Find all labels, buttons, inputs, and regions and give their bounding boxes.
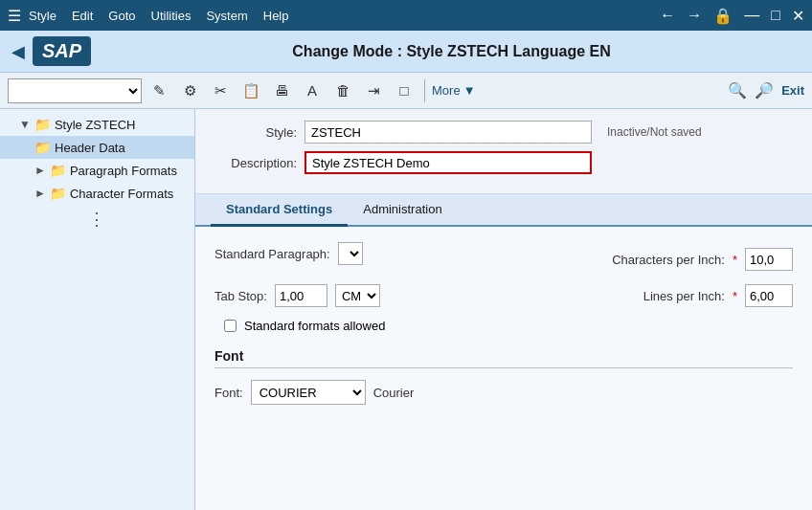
search-settings-icon[interactable]: 🔎 (755, 81, 774, 100)
toolbar-icon-copy[interactable]: 📋 (237, 78, 264, 103)
style-label: Style: (211, 125, 297, 140)
paragraph-expand-icon: ► (34, 164, 46, 177)
toolbar-right: 🔍 🔎 Exit (728, 81, 804, 100)
tab-stop-layout: Tab Stop: CM IN Lines per Inch: * (214, 284, 793, 307)
description-label: Description: (211, 156, 297, 170)
more-label: More (432, 83, 461, 98)
main-container: ▼ 📁 Style ZSTECH 📁 Header Data ► 📁 Parag… (0, 109, 812, 510)
characters-per-inch-input[interactable] (745, 248, 793, 271)
font-label: Font: (214, 386, 243, 400)
toolbar-icon-settings[interactable]: ⚙ (176, 78, 203, 103)
tab-stop-input[interactable] (275, 284, 327, 307)
tab-content-standard: Standard Paragraph: Characters per Inch:… (195, 227, 812, 420)
chevron-down-icon: ▼ (463, 83, 476, 98)
sidebar-item-style-zstech[interactable]: ▼ 📁 Style ZSTECH (0, 113, 194, 136)
menu-system[interactable]: System (206, 9, 247, 23)
right-settings: Characters per Inch: * (612, 248, 793, 271)
font-select[interactable]: COURIER (251, 380, 366, 405)
toolbar-separator (424, 79, 425, 102)
page-title: Change Mode : Style ZSTECH Language EN (102, 43, 801, 60)
tab-administration[interactable]: Administration (348, 194, 457, 227)
sidebar-item-header-data[interactable]: 📁 Header Data (0, 136, 194, 159)
standard-formats-row: Standard formats allowed (214, 319, 793, 333)
character-expand-icon: ► (34, 187, 46, 200)
font-display-text: Courier (373, 386, 415, 400)
tabs-container: Standard Settings Administration (195, 194, 812, 227)
font-section-title: Font (214, 348, 793, 368)
exit-button[interactable]: Exit (781, 83, 804, 98)
content-area: Style: Inactive/Not saved Description: S… (195, 109, 812, 510)
hamburger-icon[interactable]: ☰ (8, 7, 21, 25)
lock-icon[interactable]: 🔒 (713, 7, 733, 25)
menu-style[interactable]: Style (29, 9, 56, 23)
tab-stop-left: Tab Stop: CM IN (214, 284, 380, 307)
app-header: ◀ SAP Change Mode : Style ZSTECH Languag… (0, 31, 812, 73)
style-row: Style: Inactive/Not saved (211, 121, 797, 144)
tree-expand-icon: ▼ (19, 118, 31, 131)
toolbar-icon-tab[interactable]: ⇥ (360, 78, 387, 103)
more-button[interactable]: More ▼ (432, 83, 476, 98)
tab-stop-unit-select[interactable]: CM IN (335, 284, 380, 307)
toolbar-icon-edit[interactable]: ✎ (146, 78, 172, 103)
lines-per-inch-label: Lines per Inch: (643, 289, 725, 303)
sidebar-item-character-formats[interactable]: ► 📁 Character Formats (0, 182, 194, 205)
standard-formats-label: Standard formats allowed (244, 319, 385, 333)
sap-logo-text: SAP (42, 40, 81, 61)
title-bar-controls: ← → 🔒 — □ ✕ (660, 7, 804, 25)
toolbar-icon-cut[interactable]: ✂ (207, 78, 234, 103)
style-input[interactable] (304, 121, 592, 144)
description-row: Description: (211, 151, 797, 174)
style-folder-icon: 📁 (34, 117, 51, 132)
back-button[interactable]: ◀ (11, 41, 25, 62)
header-data-folder-icon: 📁 (34, 140, 51, 155)
minimize-icon[interactable]: — (744, 7, 759, 24)
sap-logo: SAP (33, 36, 91, 66)
standard-formats-checkbox[interactable] (224, 320, 237, 332)
nav-forward-icon[interactable]: → (687, 7, 702, 24)
menu-edit[interactable]: Edit (72, 9, 93, 23)
lines-required-star: * (733, 289, 737, 303)
toolbar-icon-box[interactable]: □ (391, 78, 417, 103)
paragraph-folder-icon: 📁 (50, 163, 66, 178)
search-icon[interactable]: 🔍 (728, 81, 747, 100)
close-icon[interactable]: ✕ (792, 7, 804, 25)
toolbar-icon-font[interactable]: A (299, 78, 326, 103)
settings-layout: Standard Paragraph: Characters per Inch:… (214, 242, 793, 277)
dots-icon: ⋮ (88, 209, 106, 230)
sidebar-item-label-character: Character Formats (70, 187, 173, 201)
font-row: Font: COURIER Courier (214, 380, 793, 405)
title-bar-menu: Style Edit Goto Utilities System Help (29, 9, 289, 23)
form-section: Style: Inactive/Not saved Description: (195, 109, 812, 194)
description-input[interactable] (304, 151, 592, 174)
title-bar: ☰ Style Edit Goto Utilities System Help … (0, 0, 812, 31)
standard-paragraph-row: Standard Paragraph: (214, 242, 363, 265)
sidebar-more-dots[interactable]: ⋮ (0, 205, 194, 233)
nav-back-icon[interactable]: ← (660, 7, 675, 24)
font-section: Font Font: COURIER Courier (214, 348, 793, 405)
sidebar-item-label-header: Header Data (55, 141, 125, 155)
characters-required-star: * (733, 253, 737, 267)
menu-utilities[interactable]: Utilities (151, 9, 192, 23)
sidebar-item-label-zstech: Style ZSTECH (55, 118, 136, 132)
menu-help[interactable]: Help (263, 9, 289, 23)
sidebar-item-paragraph-formats[interactable]: ► 📁 Paragraph Formats (0, 159, 194, 182)
standard-paragraph-label: Standard Paragraph: (214, 247, 330, 261)
standard-paragraph-select[interactable] (338, 242, 363, 265)
toolbar-icon-print[interactable]: 🖶 (268, 78, 295, 103)
left-settings: Standard Paragraph: (214, 242, 363, 277)
toolbar-icon-delete[interactable]: 🗑 (329, 78, 356, 103)
status-badge: Inactive/Not saved (607, 125, 702, 139)
sidebar-item-label-paragraph: Paragraph Formats (70, 164, 177, 178)
lines-per-inch-right: Lines per Inch: * (643, 284, 793, 307)
tab-standard-settings[interactable]: Standard Settings (211, 194, 348, 227)
characters-per-inch-label: Characters per Inch: (612, 253, 725, 267)
toolbar: ✎ ⚙ ✂ 📋 🖶 A 🗑 ⇥ □ More ▼ 🔍 🔎 Exit (0, 73, 812, 109)
lines-per-inch-input[interactable] (745, 284, 793, 307)
maximize-icon[interactable]: □ (771, 7, 780, 24)
sidebar: ▼ 📁 Style ZSTECH 📁 Header Data ► 📁 Parag… (0, 109, 195, 510)
tab-stop-label: Tab Stop: (214, 289, 267, 303)
toolbar-dropdown[interactable] (8, 78, 142, 103)
character-folder-icon: 📁 (50, 186, 66, 201)
menu-goto[interactable]: Goto (108, 9, 135, 23)
